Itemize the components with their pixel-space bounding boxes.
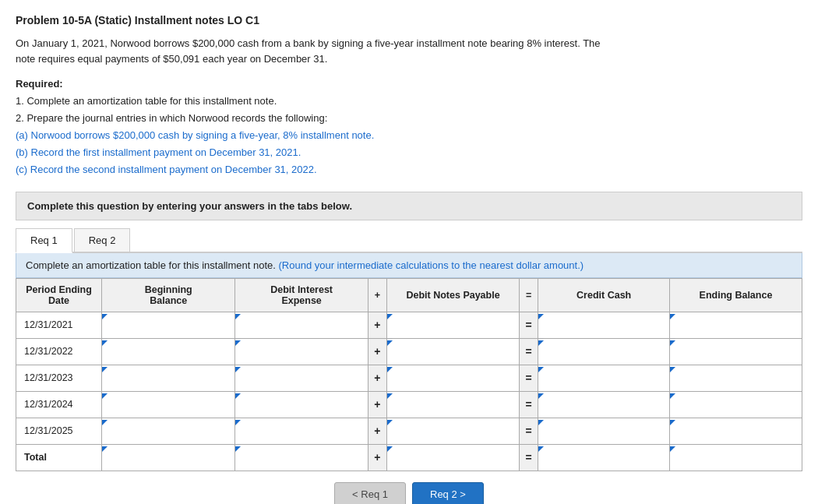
col-header-plus: + [368, 278, 386, 312]
beginning-balance-input-field[interactable] [102, 346, 234, 365]
next-button[interactable]: Req 2 > [412, 482, 484, 504]
debit-notes-input[interactable] [387, 391, 520, 418]
debit-interest-input-field[interactable] [235, 346, 367, 365]
col-header-debit-interest: Debit InterestExpense [235, 278, 368, 312]
col-header-equals: = [520, 278, 538, 312]
date-cell-12/31/2022: 12/31/2022 [16, 338, 102, 365]
debit-interest-input-field[interactable] [235, 399, 367, 418]
table-row: 12/31/2025+= [16, 418, 802, 444]
debit-notes-input-field[interactable] [387, 399, 519, 418]
input-indicator-icon [538, 420, 544, 425]
credit-cash-input[interactable] [538, 312, 670, 338]
ending-balance-input-field[interactable] [670, 372, 802, 391]
input-indicator-icon [235, 393, 241, 399]
table-row: 12/31/2021+= [16, 312, 802, 338]
credit-cash-input-field[interactable] [538, 346, 669, 365]
input-indicator-icon [387, 314, 393, 319]
credit-cash-input[interactable] [538, 391, 670, 418]
req-item-2: 2. Prepare the journal entries in which … [16, 112, 327, 124]
beginning-balance-input[interactable] [102, 391, 235, 418]
ending-balance-input-field[interactable] [670, 346, 802, 365]
input-indicator-icon [387, 393, 393, 399]
credit-cash-input[interactable] [538, 338, 670, 365]
credit-cash-input-field[interactable] [538, 399, 669, 418]
debit-notes-input-field[interactable] [387, 425, 519, 444]
beginning-balance-input-field[interactable] [102, 425, 234, 444]
input-indicator-icon [538, 314, 544, 319]
input-indicator-icon [670, 393, 675, 399]
input-indicator-icon [102, 393, 108, 399]
tab-req1[interactable]: Req 1 [16, 228, 72, 253]
ending-balance-input[interactable] [669, 391, 802, 418]
credit-cash-input-field[interactable] [538, 372, 669, 391]
beginning-balance-input-field[interactable] [102, 399, 234, 418]
ending-balance-input[interactable] [669, 418, 802, 444]
bottom-nav: < Req 1 Req 2 > [16, 482, 802, 504]
ending-balance-input[interactable] [669, 312, 802, 338]
credit-cash-input[interactable] [538, 444, 670, 471]
credit-cash-input[interactable] [538, 365, 670, 391]
beginning-balance-input-field[interactable] [102, 372, 234, 391]
input-indicator-icon [538, 367, 544, 372]
debit-notes-input-field[interactable] [387, 346, 519, 365]
debit-interest-input-field[interactable] [235, 372, 367, 391]
input-indicator-icon [235, 314, 241, 319]
credit-cash-input-field[interactable] [538, 425, 669, 444]
input-indicator-icon [538, 393, 544, 399]
ending-balance-input[interactable] [669, 338, 802, 365]
input-indicator-icon [538, 340, 544, 346]
debit-notes-input[interactable] [387, 365, 520, 391]
input-indicator-icon [102, 446, 108, 452]
ending-balance-input-field[interactable] [670, 452, 802, 471]
input-indicator-icon [102, 314, 108, 319]
intro-text: On January 1, 2021, Norwood borrows $200… [16, 36, 802, 66]
input-indicator-icon [387, 340, 393, 346]
debit-notes-input-field[interactable] [387, 319, 519, 338]
beginning-balance-input[interactable] [102, 418, 235, 444]
req-item-c: (c) Record the second installment paymen… [16, 164, 317, 175]
debit-interest-input[interactable] [235, 338, 368, 365]
debit-notes-input[interactable] [387, 312, 520, 338]
credit-cash-input-field[interactable] [538, 319, 669, 338]
beginning-balance-input[interactable] [102, 365, 235, 391]
debit-notes-input-field[interactable] [387, 452, 519, 471]
beginning-balance-input-field[interactable] [102, 452, 234, 471]
ending-balance-input-field[interactable] [670, 319, 802, 338]
debit-interest-input[interactable] [235, 365, 368, 391]
debit-interest-input-field[interactable] [235, 425, 367, 444]
ending-balance-input[interactable] [669, 365, 802, 391]
debit-interest-input[interactable] [235, 418, 368, 444]
debit-notes-input[interactable] [387, 444, 520, 471]
equals-operator: = [520, 312, 538, 338]
col-header-period-ending: Period EndingDate [16, 278, 102, 312]
debit-interest-input[interactable] [235, 444, 368, 471]
ending-balance-input-field[interactable] [670, 399, 802, 418]
ending-balance-input[interactable] [669, 444, 802, 471]
ending-balance-input-field[interactable] [670, 425, 802, 444]
tab-req2[interactable]: Req 2 [74, 228, 131, 252]
debit-notes-input[interactable] [387, 418, 520, 444]
debit-interest-input-field[interactable] [235, 452, 367, 471]
input-indicator-icon [235, 446, 241, 452]
beginning-balance-input[interactable] [102, 444, 235, 471]
col-header-beginning-balance: BeginningBalance [102, 278, 235, 312]
tabs-row: Req 1 Req 2 [16, 228, 802, 253]
credit-cash-input[interactable] [538, 418, 670, 444]
date-cell-12/31/2021: 12/31/2021 [16, 312, 102, 338]
debit-interest-input[interactable] [235, 391, 368, 418]
debit-interest-input-field[interactable] [235, 319, 367, 338]
credit-cash-input-field[interactable] [538, 452, 669, 471]
table-row: 12/31/2024+= [16, 391, 802, 418]
input-indicator-icon [387, 367, 393, 372]
debit-interest-input[interactable] [235, 312, 368, 338]
debit-notes-input[interactable] [387, 338, 520, 365]
beginning-balance-input-field[interactable] [102, 319, 234, 338]
debit-notes-input-field[interactable] [387, 372, 519, 391]
beginning-balance-input[interactable] [102, 338, 235, 365]
input-indicator-icon [387, 420, 393, 425]
equals-operator: = [520, 391, 538, 418]
date-cell-12/31/2023: 12/31/2023 [16, 365, 102, 391]
beginning-balance-input[interactable] [102, 312, 235, 338]
prev-button[interactable]: < Req 1 [334, 482, 406, 504]
plus-operator: + [368, 391, 386, 418]
